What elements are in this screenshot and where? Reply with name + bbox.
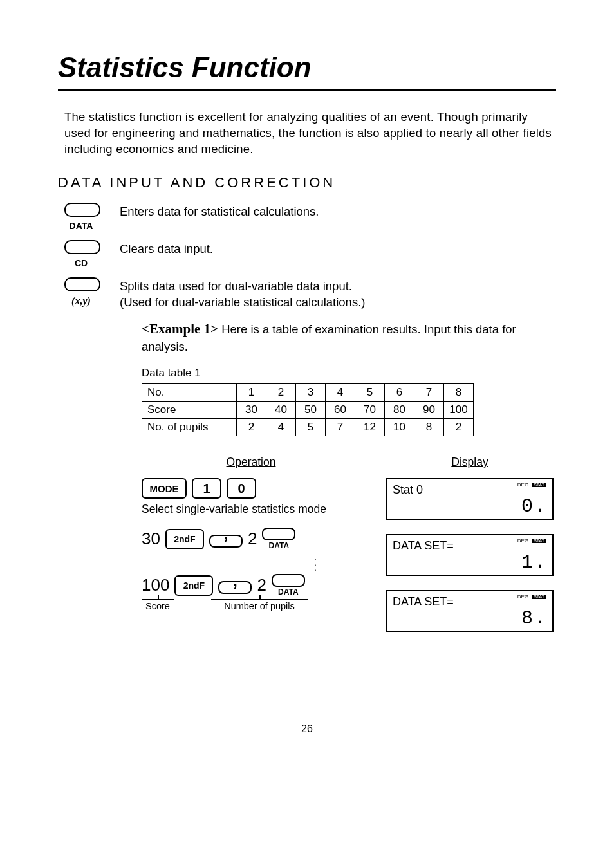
- key-icon-data: DATA: [64, 203, 120, 231]
- table-row: No. 1 2 3 4 5 6 7 8: [142, 384, 474, 402]
- key-row-data: DATA Enters data for statistical calcula…: [64, 203, 556, 231]
- display-indicators: DEG STAT: [517, 594, 546, 600]
- table-caption: Data table 1: [142, 367, 556, 380]
- input-100: 100: [142, 575, 169, 595]
- key-label-cd: CD: [64, 258, 98, 268]
- key-desc-xy: Splits data used for dual-variable data …: [120, 277, 365, 311]
- intro-text: The statistics function is excellent for…: [64, 109, 556, 158]
- key-label-xy: (x,y): [64, 295, 98, 307]
- data-key: DATA: [262, 528, 295, 550]
- page-number: 26: [58, 723, 556, 735]
- under-labels: Score Number of pupils: [142, 599, 360, 611]
- vertical-dots-icon: ...: [270, 554, 360, 570]
- page-title: Statistics Function: [58, 51, 556, 91]
- key-label-data: DATA: [64, 221, 98, 231]
- display-indicators: DEG STAT: [517, 538, 546, 544]
- data-key: DATA: [272, 574, 305, 596]
- freq-2: 2: [248, 529, 257, 549]
- input-30: 30: [142, 529, 160, 549]
- num-key-0: 0: [227, 478, 256, 499]
- key-row-cd: CD Clears data input.: [64, 240, 556, 268]
- data-table: No. 1 2 3 4 5 6 7 8 Score 30 40 50 60 70…: [142, 383, 474, 436]
- op-step-3: 100 2ndF , 2 DATA: [142, 574, 360, 596]
- secondf-key: 2ndF: [174, 575, 213, 596]
- op-note-1: Select single-variable statistics mode: [142, 503, 360, 516]
- key-row-xy: (x,y) Splits data used for dual-variable…: [64, 277, 556, 311]
- op-step-2: 30 2ndF , 2 DATA: [142, 528, 360, 550]
- table-row: No. of pupils 2 4 5 7 12 10 8 2: [142, 419, 474, 436]
- mode-key: MODE: [142, 478, 187, 499]
- display-column: Display DEG STAT Stat 0 0. DEG STAT DATA…: [386, 456, 554, 646]
- display-line2: 0.: [393, 495, 547, 517]
- display-indicators: DEG STAT: [517, 482, 546, 488]
- display-line2: 8.: [393, 607, 547, 629]
- example-block: <Example 1> Here is a table of examinati…: [142, 320, 556, 355]
- display-box-3: DEG STAT DATA SET= 8.: [386, 590, 554, 632]
- display-header: Display: [386, 456, 554, 469]
- op-step-1: MODE 1 0: [142, 478, 360, 499]
- freq-2b: 2: [257, 575, 266, 595]
- example-label: <Example 1>: [142, 321, 218, 337]
- key-icon-xy: (x,y): [64, 277, 120, 307]
- display-box-1: DEG STAT Stat 0 0.: [386, 478, 554, 520]
- comma-key: ,: [209, 530, 243, 547]
- secondf-key: 2ndF: [165, 529, 204, 549]
- key-desc-cd: Clears data input.: [120, 240, 213, 257]
- operation-column: Operation MODE 1 0 Select single-variabl…: [142, 456, 360, 646]
- section-heading: DATA INPUT AND CORRECTION: [58, 174, 556, 191]
- num-key-1: 1: [192, 478, 221, 499]
- key-desc-data: Enters data for statistical calculations…: [120, 203, 319, 220]
- page: Statistics Function The statistics funct…: [0, 0, 614, 761]
- key-icon-cd: CD: [64, 240, 120, 268]
- under-pupils: Number of pupils: [211, 599, 308, 611]
- operation-display: Operation MODE 1 0 Select single-variabl…: [142, 456, 556, 646]
- table-row: Score 30 40 50 60 70 80 90 100: [142, 402, 474, 419]
- under-score: Score: [142, 599, 174, 611]
- operation-header: Operation: [142, 456, 360, 469]
- comma-key: ,: [218, 577, 252, 594]
- display-line2: 1.: [393, 551, 547, 573]
- display-box-2: DEG STAT DATA SET= 1.: [386, 534, 554, 576]
